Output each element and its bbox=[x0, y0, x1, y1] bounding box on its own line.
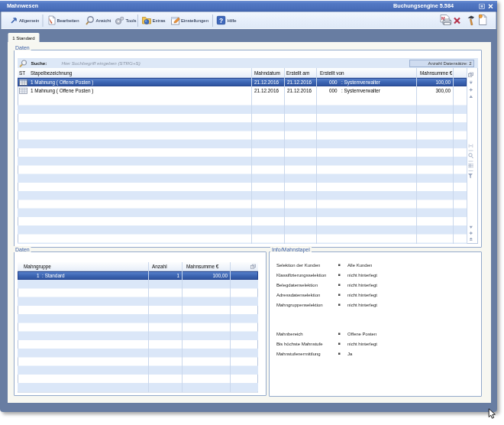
svg-text:?: ? bbox=[219, 17, 223, 24]
